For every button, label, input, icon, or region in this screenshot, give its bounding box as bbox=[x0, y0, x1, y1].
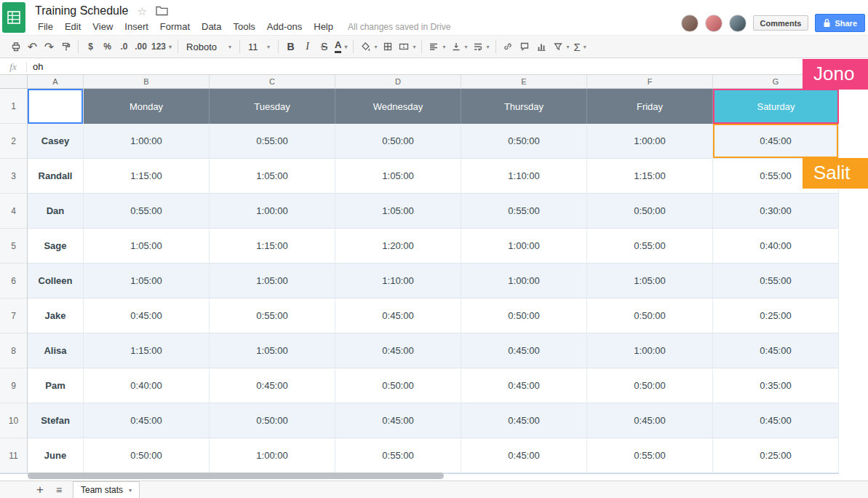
cell-G1[interactable]: Saturday bbox=[713, 89, 839, 124]
cell-C1[interactable]: Tuesday bbox=[210, 89, 335, 124]
horizontal-align-button[interactable]: ▾ bbox=[426, 38, 447, 55]
row-header-11[interactable]: 11 bbox=[0, 438, 28, 473]
cell-E7[interactable]: 0:50:00 bbox=[461, 299, 587, 333]
cell-D8[interactable]: 0:45:00 bbox=[335, 333, 461, 368]
column-header-E[interactable]: E bbox=[461, 75, 587, 89]
cell-G5[interactable]: 0:40:00 bbox=[713, 229, 839, 264]
cell-D11[interactable]: 0:55:00 bbox=[335, 438, 461, 473]
redo-button[interactable]: ↷ bbox=[41, 38, 57, 55]
text-wrap-button[interactable]: ▾ bbox=[470, 38, 492, 55]
collaborator-avatar-1[interactable] bbox=[681, 15, 698, 32]
cell-C7[interactable]: 0:55:00 bbox=[210, 299, 335, 333]
italic-button[interactable]: I bbox=[299, 38, 316, 55]
cell-E10[interactable]: 0:45:00 bbox=[461, 403, 587, 438]
bold-button[interactable]: B bbox=[282, 38, 299, 55]
share-button[interactable]: Share bbox=[815, 14, 865, 32]
text-color-button[interactable]: A ▾ bbox=[333, 38, 349, 55]
row-header-8[interactable]: 8 bbox=[0, 333, 28, 368]
row-header-1[interactable]: 1 bbox=[0, 89, 28, 124]
cell-E2[interactable]: 0:50:00 bbox=[461, 124, 587, 159]
cell-D7[interactable]: 0:45:00 bbox=[335, 299, 461, 333]
cell-G8[interactable]: 0:45:00 bbox=[713, 333, 839, 368]
cell-A4[interactable]: Dan bbox=[28, 194, 84, 229]
cell-G10[interactable]: 0:45:00 bbox=[713, 403, 839, 438]
sheet-tab-team-stats[interactable]: Team stats ▾ bbox=[73, 481, 140, 498]
cell-C5[interactable]: 1:15:00 bbox=[210, 229, 335, 264]
column-header-F[interactable]: F bbox=[587, 75, 713, 89]
cell-C10[interactable]: 0:50:00 bbox=[210, 403, 335, 438]
chevron-down-icon[interactable]: ▾ bbox=[129, 487, 132, 494]
cell-A9[interactable]: Pam bbox=[28, 368, 84, 403]
cell-D6[interactable]: 1:10:00 bbox=[335, 264, 461, 299]
cell-C4[interactable]: 1:00:00 bbox=[210, 194, 335, 229]
cell-G6[interactable]: 0:55:00 bbox=[713, 264, 839, 299]
cell-C11[interactable]: 1:00:00 bbox=[210, 438, 335, 473]
menu-file[interactable]: File bbox=[32, 20, 59, 33]
filter-button[interactable]: ▾ bbox=[550, 38, 572, 55]
increase-decimal-button[interactable]: .00 bbox=[132, 38, 149, 55]
menu-insert[interactable]: Insert bbox=[119, 20, 154, 33]
all-sheets-icon[interactable]: ≡ bbox=[49, 484, 68, 496]
cell-B8[interactable]: 1:15:00 bbox=[84, 333, 210, 368]
cell-A6[interactable]: Colleen bbox=[28, 264, 84, 299]
column-header-D[interactable]: D bbox=[335, 75, 461, 89]
sheets-logo-icon[interactable] bbox=[2, 2, 25, 33]
row-header-6[interactable]: 6 bbox=[0, 264, 28, 299]
menu-view[interactable]: View bbox=[87, 20, 119, 33]
font-family-dropdown[interactable]: Roboto ▾ bbox=[182, 38, 236, 55]
cell-B7[interactable]: 0:45:00 bbox=[84, 299, 210, 333]
row-header-2[interactable]: 2 bbox=[0, 124, 28, 159]
row-header-3[interactable]: 3 bbox=[0, 159, 28, 194]
cell-G2[interactable]: 0:45:00 bbox=[713, 124, 839, 159]
add-sheet-button[interactable]: + bbox=[31, 483, 49, 497]
print-button[interactable] bbox=[7, 38, 24, 55]
cell-A5[interactable]: Sage bbox=[28, 229, 84, 264]
cell-F1[interactable]: Friday bbox=[587, 89, 713, 124]
cell-F2[interactable]: 1:00:00 bbox=[587, 124, 713, 159]
currency-format-button[interactable]: $ bbox=[82, 38, 99, 55]
cell-G7[interactable]: 0:25:00 bbox=[713, 299, 839, 333]
cell-B2[interactable]: 1:00:00 bbox=[84, 124, 210, 159]
cell-C8[interactable]: 1:05:00 bbox=[210, 333, 335, 368]
borders-button[interactable] bbox=[379, 38, 396, 55]
row-header-10[interactable]: 10 bbox=[0, 403, 28, 438]
merge-cells-button[interactable]: ▾ bbox=[396, 38, 418, 55]
functions-button[interactable]: Σ ▾ bbox=[572, 38, 589, 55]
more-formats-button[interactable]: 123 ▾ bbox=[149, 38, 174, 55]
cell-E11[interactable]: 0:45:00 bbox=[461, 438, 587, 473]
folder-icon[interactable] bbox=[156, 6, 168, 16]
fill-color-button[interactable]: ▾ bbox=[357, 38, 379, 55]
cell-D9[interactable]: 0:50:00 bbox=[335, 368, 461, 403]
cell-A1[interactable] bbox=[28, 89, 84, 124]
cell-B9[interactable]: 0:40:00 bbox=[84, 368, 210, 403]
insert-comment-button[interactable] bbox=[517, 38, 533, 55]
cell-B10[interactable]: 0:45:00 bbox=[84, 403, 210, 438]
font-size-dropdown[interactable]: 11 ▾ bbox=[244, 38, 274, 55]
cell-A8[interactable]: Alisa bbox=[28, 333, 84, 368]
cell-B4[interactable]: 0:55:00 bbox=[84, 194, 210, 229]
cell-A3[interactable]: Randall bbox=[28, 159, 84, 194]
cell-F3[interactable]: 1:15:00 bbox=[587, 159, 713, 194]
undo-button[interactable]: ↶ bbox=[24, 38, 41, 55]
cell-D10[interactable]: 0:45:00 bbox=[335, 403, 461, 438]
menu-tools[interactable]: Tools bbox=[227, 20, 260, 33]
formula-input[interactable]: oh bbox=[27, 61, 868, 72]
document-title[interactable]: Training Schedule bbox=[35, 4, 128, 17]
cell-B5[interactable]: 1:05:00 bbox=[84, 229, 210, 264]
menu-data[interactable]: Data bbox=[196, 20, 227, 33]
cell-G11[interactable]: 0:25:00 bbox=[713, 438, 839, 473]
collaborator-avatar-3[interactable] bbox=[729, 15, 746, 32]
cell-B11[interactable]: 0:50:00 bbox=[84, 438, 210, 473]
cell-F5[interactable]: 0:55:00 bbox=[587, 229, 713, 264]
cell-B6[interactable]: 1:05:00 bbox=[84, 264, 210, 299]
menu-addons[interactable]: Add-ons bbox=[261, 20, 308, 33]
star-icon[interactable]: ☆ bbox=[137, 6, 146, 17]
cell-C2[interactable]: 0:55:00 bbox=[210, 124, 335, 159]
cell-F10[interactable]: 0:45:00 bbox=[587, 403, 713, 438]
select-all-corner[interactable] bbox=[0, 75, 28, 89]
cell-A10[interactable]: Stefan bbox=[28, 403, 84, 438]
cell-A7[interactable]: Jake bbox=[28, 299, 84, 333]
cell-D1[interactable]: Wednesday bbox=[335, 89, 461, 124]
cell-F9[interactable]: 0:50:00 bbox=[587, 368, 713, 403]
cell-B1[interactable]: Monday bbox=[84, 89, 210, 124]
